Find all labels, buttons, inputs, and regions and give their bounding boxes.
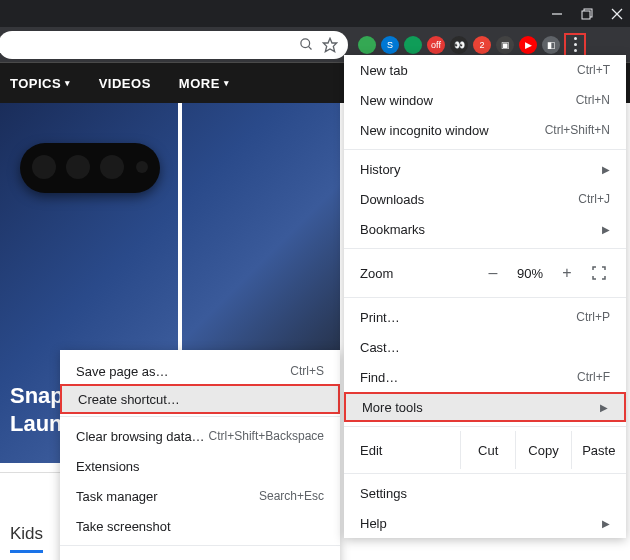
content-tabs: Kids [10, 524, 43, 553]
shortcut: Ctrl+Shift+Backspace [209, 429, 324, 443]
restore-button[interactable] [580, 7, 594, 21]
menu-print[interactable]: Print… Ctrl+P [344, 302, 626, 332]
ext-youtube[interactable]: ▶ [519, 36, 537, 54]
menu-label: Bookmarks [360, 222, 425, 237]
extensions-row: Soff👀2▣▶◧ [358, 36, 560, 54]
shortcut: Ctrl+J [578, 192, 610, 206]
svg-rect-2 [582, 11, 590, 19]
shortcut: Ctrl+P [576, 310, 610, 324]
more-tools-submenu: Save page as… Ctrl+S Create shortcut… Cl… [60, 350, 340, 560]
tab-kids[interactable]: Kids [10, 524, 43, 553]
submenu-label: Extensions [76, 459, 140, 474]
chevron-right-icon: ▶ [602, 518, 610, 529]
ext-face[interactable]: 👀 [450, 36, 468, 54]
star-icon[interactable] [322, 37, 338, 53]
submenu-task-manager[interactable]: Task manager Search+Esc [60, 481, 340, 511]
submenu-save-page-as[interactable]: Save page as… Ctrl+S [60, 356, 340, 386]
svg-marker-7 [323, 38, 336, 51]
submenu-separator [60, 545, 340, 546]
nav-videos[interactable]: VIDEOS [99, 76, 151, 91]
menu-incognito[interactable]: New incognito window Ctrl+Shift+N [344, 115, 626, 145]
menu-downloads[interactable]: Downloads Ctrl+J [344, 184, 626, 214]
menu-find[interactable]: Find… Ctrl+F [344, 362, 626, 392]
submenu-label: Task manager [76, 489, 158, 504]
ext-green-circle[interactable] [404, 36, 422, 54]
chevron-down-icon: ▾ [65, 78, 71, 88]
menu-label: New incognito window [360, 123, 489, 138]
nav-topics[interactable]: TOPICS▾ [10, 76, 71, 91]
menu-separator [344, 149, 626, 150]
chevron-right-icon: ▶ [602, 224, 610, 235]
chevron-right-icon: ▶ [602, 164, 610, 175]
submenu-developer-tools[interactable]: Developer tools Ctrl+Shift+I [60, 550, 340, 560]
menu-zoom-row: Zoom – 90% + [344, 253, 626, 293]
address-bar[interactable] [0, 31, 348, 59]
submenu-take-screenshot[interactable]: Take screenshot [60, 511, 340, 541]
menu-more-tools[interactable]: More tools ▶ [344, 392, 626, 422]
menu-label: Cast… [360, 340, 400, 355]
zoom-in-button[interactable]: + [550, 258, 584, 288]
paste-button[interactable]: Paste [571, 431, 626, 469]
ext-square[interactable]: ▣ [496, 36, 514, 54]
menu-settings[interactable]: Settings [344, 478, 626, 508]
submenu-separator [60, 416, 340, 417]
submenu-create-shortcut[interactable]: Create shortcut… [60, 384, 340, 414]
cut-button[interactable]: Cut [460, 431, 515, 469]
menu-label: Downloads [360, 192, 424, 207]
menu-separator [344, 248, 626, 249]
menu-help[interactable]: Help ▶ [344, 508, 626, 538]
svg-line-6 [308, 46, 311, 49]
menu-new-tab[interactable]: New tab Ctrl+T [344, 55, 626, 85]
menu-history[interactable]: History ▶ [344, 154, 626, 184]
headline-line2: Laun [10, 411, 63, 436]
submenu-clear-browsing-data[interactable]: Clear browsing data… Ctrl+Shift+Backspac… [60, 421, 340, 451]
shortcut: Search+Esc [259, 489, 324, 503]
submenu-label: Take screenshot [76, 519, 171, 534]
shortcut: Ctrl+T [577, 63, 610, 77]
submenu-extensions[interactable]: Extensions [60, 451, 340, 481]
menu-label: New tab [360, 63, 408, 78]
svg-point-5 [301, 39, 310, 48]
ext-skype[interactable]: S [381, 36, 399, 54]
edit-label: Edit [360, 443, 460, 458]
chevron-down-icon: ▾ [224, 78, 230, 88]
nav-more[interactable]: MORE▾ [179, 76, 230, 91]
shortcut: Ctrl+N [576, 93, 610, 107]
menu-label: Settings [360, 486, 407, 501]
copy-button[interactable]: Copy [515, 431, 570, 469]
ext-pushbullet[interactable]: off [427, 36, 445, 54]
submenu-label: Create shortcut… [78, 392, 180, 407]
chrome-main-menu: New tab Ctrl+T New window Ctrl+N New inc… [344, 55, 626, 538]
menu-cast[interactable]: Cast… [344, 332, 626, 362]
ext-grey-square[interactable]: ◧ [542, 36, 560, 54]
chrome-menu-button[interactable] [564, 33, 586, 57]
headline-fragment: Snap Laun [10, 382, 64, 439]
shortcut: Ctrl+F [577, 370, 610, 384]
menu-label: Help [360, 516, 387, 531]
minimize-button[interactable] [550, 7, 564, 21]
menu-separator [344, 426, 626, 427]
submenu-label: Save page as… [76, 364, 169, 379]
menu-label: New window [360, 93, 433, 108]
menu-separator [344, 297, 626, 298]
ext-red-circle[interactable]: 2 [473, 36, 491, 54]
menu-new-window[interactable]: New window Ctrl+N [344, 85, 626, 115]
shortcut: Ctrl+S [290, 364, 324, 378]
search-icon [299, 37, 314, 52]
zoom-out-button[interactable]: – [476, 258, 510, 288]
zoom-percent: 90% [510, 266, 550, 281]
window-title-bar [0, 0, 630, 27]
ext-green-dot[interactable] [358, 36, 376, 54]
chevron-right-icon: ▶ [600, 402, 608, 413]
menu-label: Find… [360, 370, 398, 385]
menu-separator [344, 473, 626, 474]
zoom-label: Zoom [360, 266, 476, 281]
headline-line1: Snap [10, 383, 64, 408]
shortcut: Ctrl+Shift+N [545, 123, 610, 137]
menu-label: Print… [360, 310, 400, 325]
menu-edit-row: Edit Cut Copy Paste [344, 431, 626, 469]
menu-bookmarks[interactable]: Bookmarks ▶ [344, 214, 626, 244]
close-button[interactable] [610, 7, 624, 21]
menu-label: More tools [362, 400, 423, 415]
fullscreen-button[interactable] [584, 266, 614, 280]
